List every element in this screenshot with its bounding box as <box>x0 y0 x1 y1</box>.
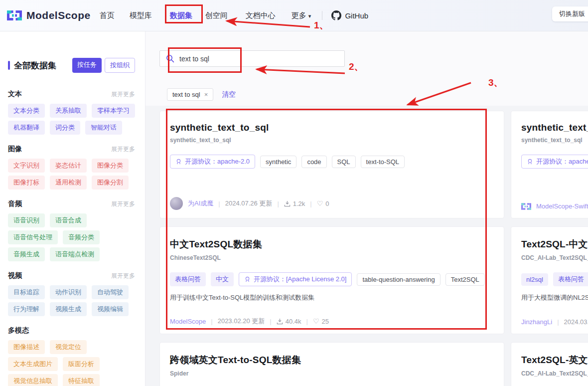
task-tag[interactable]: 图像分割 <box>92 176 129 190</box>
card-tag[interactable]: synthetic <box>260 156 296 168</box>
task-tag[interactable]: 图像描述 <box>8 340 45 354</box>
likes-stat[interactable]: ♡ 0 <box>317 199 329 207</box>
card-title[interactable]: Text2SQL-英文 <box>521 354 588 367</box>
task-tag[interactable]: 视觉定位 <box>50 340 87 354</box>
card-tag[interactable]: 中文 <box>211 272 234 286</box>
dataset-card-text2sql-cn[interactable]: Text2SQL-中文 CDC_AI-Lab_Text2SQL_ nl2sql … <box>511 226 588 334</box>
card-tag[interactable]: Text2SQL <box>445 273 485 286</box>
task-tag[interactable]: 音频生成 <box>8 247 45 261</box>
filter-chip[interactable]: text to sql × <box>167 88 213 101</box>
task-tag[interactable]: 特征抽取 <box>63 374 100 386</box>
task-tag[interactable]: 零样本学习 <box>92 104 135 118</box>
expand-more-link[interactable]: 展开更多 <box>111 200 135 208</box>
task-tag[interactable]: 版面分析 <box>63 357 100 371</box>
card-tag[interactable]: 表格问答 <box>553 272 588 286</box>
task-tag[interactable]: 动作识别 <box>50 285 87 299</box>
task-tag[interactable]: 文字识别 <box>8 159 45 173</box>
card-tag[interactable]: text-to-SQL <box>361 156 405 168</box>
card-subtitle: synthetic_text_to_sql <box>521 137 588 144</box>
switch-version-button[interactable]: 切换新版 <box>552 6 588 21</box>
card-tag[interactable]: code <box>301 156 326 168</box>
task-tag[interactable]: 音频分类 <box>63 230 100 244</box>
sidebar-title: 全部数据集 <box>8 60 56 71</box>
owner-link[interactable]: JinzhangLi <box>521 318 552 326</box>
task-tag[interactable]: 自动驾驶 <box>92 285 129 299</box>
license-badge[interactable]: 开源协议：apache-2.0 <box>521 155 588 169</box>
task-tag[interactable]: 文本生成图片 <box>8 357 58 371</box>
nav-item-datasets[interactable]: 数据集 <box>170 11 192 20</box>
task-tag[interactable]: 词分类 <box>50 121 80 135</box>
nav-item-more-label: 更多 <box>292 11 306 19</box>
downloads-count: 40.4k <box>286 318 301 325</box>
task-tag[interactable]: 视觉信息抽取 <box>8 374 58 386</box>
expand-more-link[interactable]: 展开更多 <box>111 145 135 154</box>
nav-item-more[interactable]: 更多 ▾ <box>292 11 311 20</box>
task-tag[interactable]: 视频编辑 <box>92 302 129 316</box>
owner-link[interactable]: ModelScope-Swift <box>536 202 588 210</box>
nav-item-docs[interactable]: 文档中心 <box>246 11 276 20</box>
nav-item-home[interactable]: 首页 <box>100 11 115 20</box>
nav-item-models[interactable]: 模型库 <box>130 11 152 20</box>
card-title[interactable]: Text2SQL-中文 <box>521 238 588 251</box>
section-title-video: 视频 <box>8 271 22 280</box>
task-tag[interactable]: 语音合成 <box>50 213 87 227</box>
dataset-card-synthetic-text-to-sql[interactable]: synthetic_text_to_sql synthetic_text_to_… <box>159 111 504 218</box>
task-tag[interactable]: 语音信号处理 <box>8 230 58 244</box>
search-input[interactable] <box>179 55 344 63</box>
task-tag[interactable]: 图像打标 <box>8 176 45 190</box>
title-accent-bar <box>8 61 10 70</box>
task-tag[interactable]: 语音端点检测 <box>50 247 100 261</box>
task-tag[interactable]: 文本分类 <box>8 104 45 118</box>
card-title[interactable]: synthetic_text_to_sql <box>170 122 494 133</box>
medal-icon <box>244 276 251 283</box>
dataset-card-spider[interactable]: 跨领域英文Text-to-SQL数据集 Spider <box>159 342 504 386</box>
task-tag[interactable]: 姿态估计 <box>50 159 87 173</box>
card-subtitle: CDC_AI-Lab_Text2SQL_ <box>521 254 588 261</box>
close-icon[interactable]: × <box>204 91 208 98</box>
card-tag[interactable]: nl2sql <box>521 273 548 286</box>
section-title-image: 图像 <box>8 145 22 154</box>
likes-stat[interactable]: ♡ 25 <box>313 317 329 325</box>
section-title-text: 文本 <box>8 90 22 99</box>
card-title[interactable]: 中文Text2SQL数据集 <box>170 238 494 251</box>
expand-more-link[interactable]: 展开更多 <box>111 272 135 280</box>
tab-by-org[interactable]: 按组织 <box>105 58 135 73</box>
task-tag[interactable]: 智能对话 <box>85 121 122 135</box>
owner-link[interactable]: 为AI成魔 <box>188 199 213 208</box>
task-tag[interactable]: 目标追踪 <box>8 285 45 299</box>
modelscope-logo[interactable]: ModelScope <box>7 9 91 21</box>
license-badge[interactable]: 开源协议：apache-2.0 <box>170 155 255 169</box>
dataset-search-box[interactable] <box>159 50 345 67</box>
github-link[interactable]: GitHub <box>331 10 368 20</box>
dataset-card-chinese-text2sql[interactable]: 中文Text2SQL数据集 ChineseText2SQL 表格问答 中文 开源… <box>159 226 504 334</box>
task-tag[interactable]: 行为理解 <box>8 302 45 316</box>
nav-item-studios[interactable]: 创空间 <box>205 11 228 20</box>
sidebar-section-video: 视频 展开更多 目标追踪 动作识别 自动驾驶 行为理解 视频生成 视频编辑 <box>8 271 135 316</box>
clear-filters-link[interactable]: 清空 <box>222 90 236 99</box>
heart-icon: ♡ <box>313 317 319 325</box>
chevron-down-icon: ▾ <box>308 13 311 19</box>
card-tag[interactable]: table-question-answering <box>357 273 440 286</box>
dataset-card-synthetic-right[interactable]: synthetic_text_to_sql synthetic_text_to_… <box>511 111 588 218</box>
avatar[interactable] <box>170 197 183 210</box>
expand-more-link[interactable]: 展开更多 <box>111 90 135 99</box>
task-tag[interactable]: 机器翻译 <box>8 121 45 135</box>
card-tag[interactable]: SQL <box>332 156 356 168</box>
dataset-card-text2sql-en[interactable]: Text2SQL-英文 CDC_AI-Lab_Text2SQL_ <box>511 342 588 386</box>
task-tag[interactable]: 通用检测 <box>50 176 87 190</box>
card-title[interactable]: 跨领域英文Text-to-SQL数据集 <box>170 354 494 367</box>
filter-chip-label: text to sql <box>172 91 200 98</box>
task-tag[interactable]: 语音识别 <box>8 213 45 227</box>
nav-divider <box>322 11 322 20</box>
task-tag[interactable]: 视频生成 <box>50 302 87 316</box>
search-icon <box>166 54 174 63</box>
card-tag[interactable]: 表格问答 <box>170 272 206 286</box>
task-tag[interactable]: 图像分类 <box>92 159 129 173</box>
heart-icon: ♡ <box>317 199 323 207</box>
license-badge[interactable]: 开源协议：[Apache License 2.0] <box>239 272 352 286</box>
modelscope-logo-icon <box>7 10 22 20</box>
tab-by-task[interactable]: 按任务 <box>72 58 102 73</box>
owner-link[interactable]: ModelScope <box>170 318 206 325</box>
task-tag[interactable]: 关系抽取 <box>50 104 87 118</box>
card-title[interactable]: synthetic_text_to_sql <box>521 122 588 133</box>
